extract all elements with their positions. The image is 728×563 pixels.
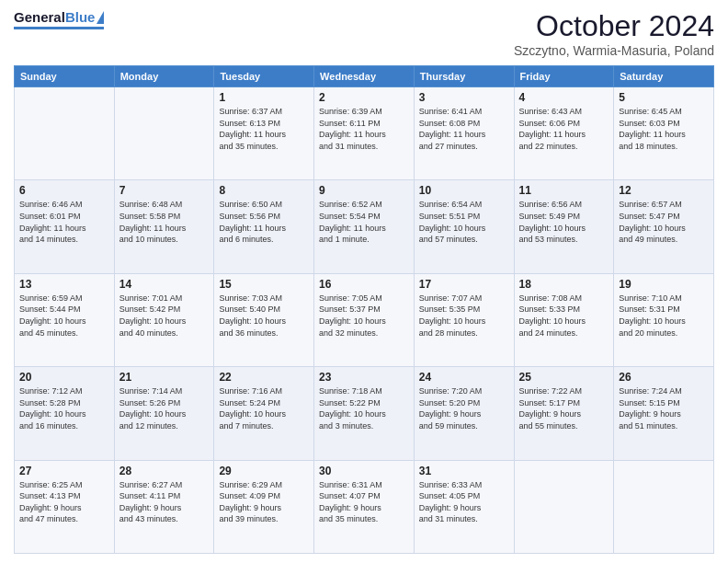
day-number: 24 [419, 371, 509, 384]
cell-text: Sunrise: 6:46 AMSunset: 6:01 PMDaylight:… [19, 199, 109, 245]
day-number: 17 [419, 278, 509, 291]
cell-text: Sunrise: 7:03 AMSunset: 5:40 PMDaylight:… [219, 293, 309, 339]
day-number: 30 [319, 465, 409, 477]
cell-text: Sunrise: 7:16 AMSunset: 5:24 PMDaylight:… [219, 385, 309, 431]
cell-text: Sunrise: 6:54 AMSunset: 5:51 PMDaylight:… [419, 199, 509, 245]
day-number: 6 [19, 184, 109, 197]
calendar-cell: 5Sunrise: 6:45 AMSunset: 6:03 PMDaylight… [614, 87, 714, 180]
week-row-3: 13Sunrise: 6:59 AMSunset: 5:44 PMDayligh… [15, 273, 714, 366]
cell-text: Sunrise: 6:25 AMSunset: 4:13 PMDaylight:… [19, 479, 109, 525]
cell-text: Sunrise: 7:20 AMSunset: 5:20 PMDaylight:… [419, 385, 509, 431]
cell-text: Sunrise: 7:05 AMSunset: 5:37 PMDaylight:… [319, 293, 409, 339]
header: General Blue October 2024 Szczytno, Warm… [14, 9, 714, 58]
cell-text: Sunrise: 7:08 AMSunset: 5:33 PMDaylight:… [519, 293, 609, 339]
cell-text: Sunrise: 6:39 AMSunset: 6:11 PMDaylight:… [319, 106, 409, 152]
calendar-cell: 3Sunrise: 6:41 AMSunset: 6:08 PMDaylight… [414, 87, 514, 180]
logo-general-text: General [14, 9, 65, 25]
cell-text: Sunrise: 6:27 AMSunset: 4:11 PMDaylight:… [119, 479, 210, 525]
day-number: 19 [619, 278, 709, 291]
calendar-cell: 26Sunrise: 7:24 AMSunset: 5:15 PMDayligh… [614, 367, 714, 460]
cell-text: Sunrise: 7:24 AMSunset: 5:15 PMDaylight:… [619, 385, 709, 431]
calendar-cell [614, 460, 714, 553]
cell-text: Sunrise: 6:29 AMSunset: 4:09 PMDaylight:… [219, 479, 309, 525]
day-number: 20 [19, 371, 109, 384]
cell-text: Sunrise: 6:37 AMSunset: 6:13 PMDaylight:… [219, 106, 309, 152]
day-number: 11 [519, 184, 609, 197]
calendar-cell: 22Sunrise: 7:16 AMSunset: 5:24 PMDayligh… [214, 367, 314, 460]
calendar-cell: 16Sunrise: 7:05 AMSunset: 5:37 PMDayligh… [314, 273, 415, 366]
calendar-title: October 2024 [514, 9, 714, 43]
day-number: 8 [219, 184, 309, 197]
day-header-row: SundayMondayTuesdayWednesdayThursdayFrid… [15, 66, 714, 87]
cell-text: Sunrise: 6:41 AMSunset: 6:08 PMDaylight:… [419, 106, 509, 152]
cell-text: Sunrise: 7:12 AMSunset: 5:28 PMDaylight:… [19, 385, 109, 431]
cell-text: Sunrise: 6:43 AMSunset: 6:06 PMDaylight:… [519, 106, 609, 152]
calendar-cell [114, 87, 214, 180]
day-number: 10 [419, 184, 509, 197]
calendar-cell: 20Sunrise: 7:12 AMSunset: 5:28 PMDayligh… [15, 367, 115, 460]
calendar-cell: 15Sunrise: 7:03 AMSunset: 5:40 PMDayligh… [214, 273, 314, 366]
cell-text: Sunrise: 6:57 AMSunset: 5:47 PMDaylight:… [619, 199, 709, 245]
day-number: 1 [219, 91, 309, 104]
cell-text: Sunrise: 6:33 AMSunset: 4:05 PMDaylight:… [419, 479, 509, 525]
day-number: 26 [619, 371, 709, 384]
cell-text: Sunrise: 6:59 AMSunset: 5:44 PMDaylight:… [19, 293, 109, 339]
calendar-cell: 6Sunrise: 6:46 AMSunset: 6:01 PMDaylight… [15, 180, 115, 273]
day-number: 7 [119, 184, 210, 197]
calendar-table: SundayMondayTuesdayWednesdayThursdayFrid… [14, 65, 714, 554]
cell-text: Sunrise: 7:01 AMSunset: 5:42 PMDaylight:… [119, 293, 210, 339]
calendar-cell: 8Sunrise: 6:50 AMSunset: 5:56 PMDaylight… [214, 180, 314, 273]
calendar-cell: 19Sunrise: 7:10 AMSunset: 5:31 PMDayligh… [614, 273, 714, 366]
title-block: October 2024 Szczytno, Warmia-Masuria, P… [514, 9, 714, 58]
calendar-cell: 18Sunrise: 7:08 AMSunset: 5:33 PMDayligh… [514, 273, 614, 366]
day-header-friday: Friday [514, 66, 614, 87]
calendar-cell: 1Sunrise: 6:37 AMSunset: 6:13 PMDaylight… [214, 87, 314, 180]
cell-text: Sunrise: 7:07 AMSunset: 5:35 PMDaylight:… [419, 293, 509, 339]
calendar-cell: 31Sunrise: 6:33 AMSunset: 4:05 PMDayligh… [414, 460, 514, 553]
logo: General Blue [14, 9, 104, 29]
day-number: 12 [619, 184, 709, 197]
cell-text: Sunrise: 7:14 AMSunset: 5:26 PMDaylight:… [119, 385, 210, 431]
cell-text: Sunrise: 6:48 AMSunset: 5:58 PMDaylight:… [119, 199, 210, 245]
logo-word: General Blue [14, 9, 104, 25]
day-number: 2 [319, 91, 409, 104]
calendar-cell: 13Sunrise: 6:59 AMSunset: 5:44 PMDayligh… [15, 273, 115, 366]
calendar-cell: 12Sunrise: 6:57 AMSunset: 5:47 PMDayligh… [614, 180, 714, 273]
calendar-cell: 29Sunrise: 6:29 AMSunset: 4:09 PMDayligh… [214, 460, 314, 553]
day-number: 9 [319, 184, 409, 197]
page: General Blue October 2024 Szczytno, Warm… [0, 0, 728, 563]
day-header-thursday: Thursday [414, 66, 514, 87]
cell-text: Sunrise: 6:31 AMSunset: 4:07 PMDaylight:… [319, 479, 409, 525]
week-row-1: 1Sunrise: 6:37 AMSunset: 6:13 PMDaylight… [15, 87, 714, 180]
day-number: 25 [519, 371, 609, 384]
week-row-5: 27Sunrise: 6:25 AMSunset: 4:13 PMDayligh… [15, 460, 714, 553]
day-number: 5 [619, 91, 709, 104]
calendar-cell: 30Sunrise: 6:31 AMSunset: 4:07 PMDayligh… [314, 460, 415, 553]
calendar-cell: 27Sunrise: 6:25 AMSunset: 4:13 PMDayligh… [15, 460, 115, 553]
day-number: 18 [519, 278, 609, 291]
logo-blue-text: Blue [65, 9, 96, 25]
calendar-cell: 21Sunrise: 7:14 AMSunset: 5:26 PMDayligh… [114, 367, 214, 460]
calendar-cell: 10Sunrise: 6:54 AMSunset: 5:51 PMDayligh… [414, 180, 514, 273]
day-header-tuesday: Tuesday [214, 66, 314, 87]
day-number: 27 [19, 465, 109, 477]
cell-text: Sunrise: 6:52 AMSunset: 5:54 PMDaylight:… [319, 199, 409, 245]
calendar-cell: 11Sunrise: 6:56 AMSunset: 5:49 PMDayligh… [514, 180, 614, 273]
cell-text: Sunrise: 7:22 AMSunset: 5:17 PMDaylight:… [519, 385, 609, 431]
calendar-cell: 9Sunrise: 6:52 AMSunset: 5:54 PMDaylight… [314, 180, 415, 273]
calendar-header: SundayMondayTuesdayWednesdayThursdayFrid… [15, 66, 714, 87]
calendar-cell: 28Sunrise: 6:27 AMSunset: 4:11 PMDayligh… [114, 460, 214, 553]
day-number: 16 [319, 278, 409, 291]
cell-text: Sunrise: 6:56 AMSunset: 5:49 PMDaylight:… [519, 199, 609, 245]
day-number: 23 [319, 371, 409, 384]
calendar-cell: 4Sunrise: 6:43 AMSunset: 6:06 PMDaylight… [514, 87, 614, 180]
day-number: 14 [119, 278, 210, 291]
calendar-cell [514, 460, 614, 553]
calendar-cell [15, 87, 115, 180]
day-number: 15 [219, 278, 309, 291]
cell-text: Sunrise: 7:18 AMSunset: 5:22 PMDaylight:… [319, 385, 409, 431]
day-header-sunday: Sunday [15, 66, 115, 87]
day-number: 13 [19, 278, 109, 291]
calendar-cell: 24Sunrise: 7:20 AMSunset: 5:20 PMDayligh… [414, 367, 514, 460]
calendar-cell: 25Sunrise: 7:22 AMSunset: 5:17 PMDayligh… [514, 367, 614, 460]
